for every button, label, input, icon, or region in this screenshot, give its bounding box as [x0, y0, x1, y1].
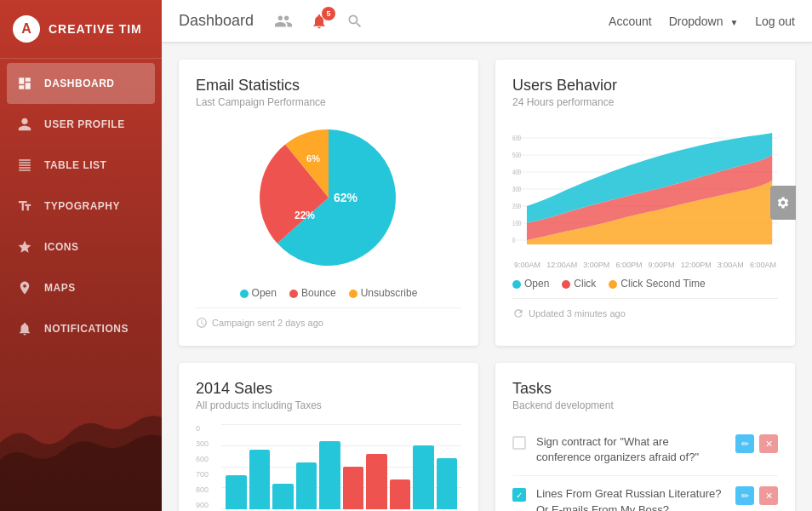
bar-10 [437, 458, 458, 509]
clock-icon [196, 317, 208, 329]
sidebar-item-notifications[interactable]: NOTIFICATIONS [0, 308, 162, 349]
sidebar-label-notifications: NOTIFICATIONS [44, 323, 129, 335]
logo-letter: A [21, 21, 31, 37]
task-item-2: Lines From Great Russian Literature? Or … [512, 476, 778, 511]
dashboard-icon [15, 74, 34, 93]
task-checkbox-2[interactable] [512, 488, 526, 502]
sidebar-background [0, 341, 162, 511]
bar-y-labels: 9008007006003000 [196, 424, 220, 509]
svg-text:500: 500 [512, 151, 521, 160]
notification-badge: 5 [322, 7, 335, 20]
search-icon-btn[interactable] [342, 9, 368, 34]
legend-area-open: Open [512, 278, 549, 290]
sidebar-label-maps: MAPS [44, 282, 76, 294]
sidebar-item-table-list[interactable]: TABLE LIST [0, 145, 162, 186]
gear-icon [776, 196, 790, 210]
sidebar: A CREATIVE TIM DASHBOARD USER PROFILE [0, 0, 162, 511]
bar-2 [249, 450, 271, 509]
legend-area-click2: Click Second Time [609, 278, 705, 290]
svg-text:0: 0 [512, 236, 515, 245]
sidebar-label-user-profile: USER PROFILE [44, 118, 125, 130]
svg-text:600: 600 [512, 134, 521, 143]
sidebar-item-typography[interactable]: TYPOGRAPHY [0, 186, 162, 227]
tasks-card: Tasks Backend development Sign contract … [495, 363, 795, 511]
task-checkbox-1[interactable] [512, 436, 526, 450]
bar-1 [226, 475, 247, 509]
sidebar-item-icons[interactable]: ICONS [0, 227, 162, 267]
legend-unsubscribe: Unsubscribe [349, 287, 418, 299]
email-stats-title: Email Statistics [196, 77, 461, 95]
tasks-title: Tasks [512, 380, 778, 398]
sidebar-label-typography: TYPOGRAPHY [44, 200, 120, 212]
area-chart-container: 0 100 200 300 400 500 600 9:00AM12:00AM3… [512, 121, 778, 269]
typography-icon [15, 197, 34, 215]
users-behavior-footer-text: Updated 3 minutes ago [529, 308, 626, 319]
dropdown-link[interactable]: Dropdown ▼ [669, 14, 739, 28]
sidebar-label-dashboard: DASHBOARD [44, 78, 115, 89]
svg-text:100: 100 [512, 219, 521, 228]
settings-handle[interactable] [770, 186, 796, 220]
task-actions-1: ✏ ✕ [735, 434, 778, 453]
bar-9 [413, 445, 434, 509]
bar-3 [272, 484, 294, 509]
bar-4 [296, 462, 317, 509]
page-title: Dashboard [179, 12, 254, 30]
bar-7 [366, 454, 387, 509]
area-chart: 0 100 200 300 400 500 600 [512, 121, 778, 257]
svg-text:62%: 62% [334, 191, 358, 204]
svg-text:400: 400 [512, 168, 521, 177]
pie-chart-container: 62% 22% 6% [196, 121, 461, 274]
sidebar-label-table-list: TABLE LIST [44, 159, 106, 171]
task-item-1: Sign contract for "What are conference o… [512, 424, 778, 476]
brand-name: CREATIVE TIM [49, 22, 142, 36]
main-area: Dashboard 5 Account Dropdow [162, 0, 812, 511]
bar-5 [319, 441, 340, 509]
map-pin-icon [15, 278, 34, 297]
users-behavior-card: Users Behavior 24 Hours performance 0 10… [495, 60, 795, 346]
task-delete-btn-1[interactable]: ✕ [759, 434, 778, 453]
users-behavior-title: Users Behavior [512, 77, 778, 95]
task-text-1: Sign contract for "What are conference o… [536, 434, 725, 465]
email-stats-subtitle: Last Campaign Performance [196, 96, 461, 108]
logout-link[interactable]: Log out [755, 14, 795, 28]
table-icon [15, 156, 34, 175]
logo-icon: A [13, 15, 40, 43]
legend-area-click: Click [562, 278, 596, 290]
users-behavior-subtitle: 24 Hours performance [512, 96, 778, 108]
email-stats-footer-text: Campaign sent 2 days ago [212, 318, 323, 328]
tasks-subtitle: Backend development [512, 399, 778, 411]
task-actions-2: ✏ ✕ [735, 486, 778, 505]
sidebar-item-user-profile[interactable]: USER PROFILE [0, 104, 162, 145]
refresh-icon [512, 307, 524, 319]
sales-subtitle: All products including Taxes [196, 399, 461, 411]
sidebar-nav: DASHBOARD USER PROFILE TABLE LIST [0, 63, 162, 349]
header: Dashboard 5 Account Dropdow [162, 0, 812, 43]
task-delete-btn-2[interactable]: ✕ [759, 486, 778, 505]
bell-icon [15, 319, 34, 338]
notification-icon-btn[interactable]: 5 [306, 9, 332, 34]
sidebar-item-maps[interactable]: MAPS [0, 267, 162, 308]
account-link[interactable]: Account [609, 14, 652, 28]
task-edit-btn-2[interactable]: ✏ [735, 486, 754, 505]
legend-bounce: Bounce [289, 287, 336, 299]
email-stats-card: Email Statistics Last Campaign Performan… [179, 60, 478, 346]
area-chart-x-labels: 9:00AM12:00AM3:00PM6:00PM9:00PM12:00PM3:… [512, 261, 778, 269]
bars [221, 424, 461, 509]
sidebar-item-dashboard[interactable]: DASHBOARD [7, 63, 155, 104]
email-stats-footer: Campaign sent 2 days ago [196, 307, 461, 329]
header-icons: 5 [271, 9, 368, 34]
header-right: Account Dropdown ▼ Log out [609, 14, 795, 28]
legend-open: Open [240, 287, 277, 299]
svg-text:200: 200 [512, 202, 521, 211]
pie-legend: Open Bounce Unsubscribe [196, 287, 461, 299]
people-icon-btn[interactable] [271, 9, 296, 34]
pie-chart: 62% 22% 6% [252, 121, 405, 274]
bar-chart-container: 9008007006003000 [196, 424, 461, 511]
svg-text:22%: 22% [294, 210, 315, 221]
bar-chart-inner [221, 424, 461, 511]
bar-6 [343, 467, 364, 509]
task-edit-btn-1[interactable]: ✏ [735, 434, 754, 453]
bar-8 [390, 479, 411, 509]
sidebar-logo: A CREATIVE TIM [0, 0, 162, 59]
sales-card: 2014 Sales All products including Taxes … [179, 363, 478, 511]
